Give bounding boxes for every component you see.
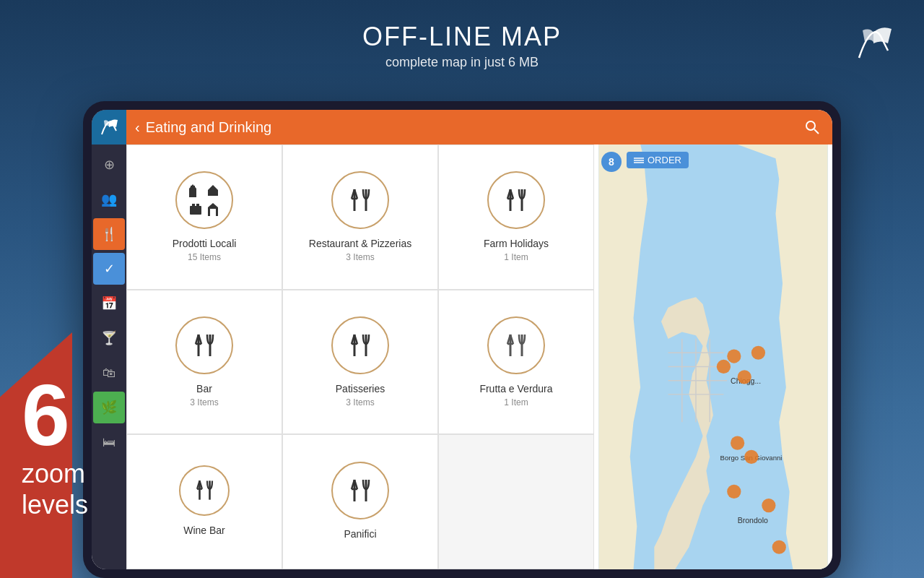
main-content: ‹ Eating and Drinking [126, 110, 832, 569]
red-triangle-overlay [0, 332, 72, 578]
svg-point-66 [744, 450, 758, 464]
category-wine-bar[interactable]: Wine Bar [126, 434, 282, 569]
category-prodotti-locali[interactable]: Prodotti Locali 15 Items [126, 144, 282, 290]
leaf-icon: 🌿 [101, 400, 117, 415]
panifici-icon-circle [331, 462, 389, 519]
check-icon: ✓ [104, 261, 115, 277]
patisseries-icon [346, 331, 375, 360]
top-bar: ‹ Eating and Drinking [126, 110, 832, 144]
category-grid: Prodotti Locali 15 Items [126, 144, 594, 569]
svg-point-69 [772, 540, 786, 554]
prodotti-locali-count: 15 Items [188, 252, 221, 262]
category-empty [438, 434, 594, 569]
order-button[interactable]: ORDER [627, 152, 689, 168]
patisseries-count: 3 Items [346, 397, 374, 407]
main-subtitle: complete map in just 6 MB [0, 55, 924, 70]
logo [852, 22, 895, 68]
svg-rect-9 [196, 204, 199, 207]
farm-holidays-name: Farm Holidays [484, 238, 549, 249]
category-patisseries[interactable]: Patisseries 3 Items [282, 290, 438, 435]
bed-icon: 🛏 [103, 435, 116, 450]
frutta-icon [502, 331, 531, 360]
wine-bar-name: Wine Bar [183, 525, 225, 536]
tablet-screen: ⊕ 👥 🍴 ✓ 📅 🍸 🛍 🌿 🛏 [92, 110, 832, 569]
farm-holidays-icon [502, 186, 531, 215]
category-frutta[interactable]: Frutta e Verdura 1 Item [438, 290, 594, 435]
frutta-icon-circle [487, 316, 545, 374]
svg-rect-8 [192, 204, 195, 207]
order-label: ORDER [648, 155, 681, 165]
screen-title: Eating and Drinking [146, 119, 801, 136]
sidebar-item-explore[interactable]: ⊕ [93, 149, 125, 181]
calendar-icon: 📅 [101, 296, 117, 311]
svg-point-63 [738, 370, 751, 384]
patisseries-name: Patisseries [336, 383, 385, 394]
farm-holidays-icon-circle [487, 171, 545, 229]
svg-text:Brondolo: Brondolo [738, 516, 768, 525]
sidebar-item-drinks[interactable]: 🍸 [93, 322, 125, 354]
farm-holidays-count: 1 Item [504, 252, 528, 262]
compass-icon: ⊕ [104, 157, 115, 173]
panifici-icon [346, 476, 375, 505]
svg-marker-6 [208, 185, 218, 190]
sidebar-item-done[interactable]: ✓ [93, 253, 125, 285]
frutta-count: 1 Item [504, 397, 528, 407]
restaurant-icon-circle [331, 171, 389, 229]
sidebar: ⊕ 👥 🍴 ✓ 📅 🍸 🛍 🌿 🛏 [92, 110, 126, 569]
sidebar-item-shopping[interactable]: 🛍 [93, 357, 125, 389]
map-badge: 8 [601, 152, 622, 172]
svg-point-61 [717, 360, 731, 374]
prodotti-locali-icon [188, 183, 221, 217]
svg-point-68 [762, 499, 775, 512]
prodotti-locali-name: Prodotti Locali [173, 238, 237, 249]
main-title: OFF-LINE MAP [0, 22, 924, 52]
restaurant-icon [346, 186, 375, 215]
tablet-frame: ⊕ 👥 🍴 ✓ 📅 🍸 🛍 🌿 🛏 [83, 101, 841, 578]
svg-rect-11 [210, 209, 216, 216]
bar-icon [190, 331, 219, 360]
restaurant-count: 3 Items [346, 252, 374, 262]
content-area: Prodotti Locali 15 Items [126, 144, 832, 569]
map-area: 8 ORDER [594, 144, 832, 569]
prodotti-locali-icon-circle [175, 171, 233, 229]
svg-line-1 [814, 129, 819, 134]
sidebar-item-contacts[interactable]: 👥 [93, 184, 125, 215]
svg-point-0 [806, 121, 815, 130]
sidebar-item-food[interactable]: 🍴 [93, 218, 125, 250]
svg-marker-4 [189, 184, 196, 189]
sidebar-logo[interactable] [92, 110, 126, 144]
people-icon: 👥 [101, 191, 117, 207]
category-panifici[interactable]: Panifici [282, 434, 438, 569]
sidebar-item-sleep[interactable]: 🛏 [93, 426, 125, 458]
svg-point-65 [731, 436, 744, 450]
category-bar[interactable]: Bar 3 Items [126, 290, 282, 435]
wine-bar-icon [192, 478, 217, 503]
cocktail-icon: 🍸 [101, 330, 117, 346]
panifici-name: Panifici [344, 528, 376, 540]
patisseries-icon-circle [331, 316, 389, 374]
map-svg: Chiogg... Borgo San Giovanni Brondolo [594, 144, 832, 569]
app-header: OFF-LINE MAP complete map in just 6 MB [0, 0, 924, 70]
frutta-name: Frutta e Verdura [479, 383, 552, 394]
sidebar-item-nature[interactable]: 🌿 [93, 392, 125, 423]
svg-rect-7 [190, 206, 201, 215]
shop-icon: 🛍 [103, 366, 116, 381]
wine-bar-icon-circle [179, 465, 230, 516]
category-restaurant[interactable]: Restaurant & Pizzerias 3 Items [282, 144, 438, 290]
svg-point-67 [727, 485, 741, 499]
bar-icon-circle [175, 316, 233, 374]
sidebar-item-events[interactable]: 📅 [93, 288, 125, 319]
svg-point-64 [751, 346, 765, 360]
search-button[interactable] [801, 116, 824, 139]
bar-name: Bar [196, 383, 212, 394]
restaurant-name: Restaurant & Pizzerias [309, 238, 411, 249]
food-icon: 🍴 [101, 226, 117, 242]
svg-rect-5 [208, 190, 218, 196]
bar-count: 3 Items [190, 397, 218, 407]
category-farm-holidays[interactable]: Farm Holidays 1 Item [438, 144, 594, 290]
back-button[interactable]: ‹ [135, 119, 140, 136]
svg-point-62 [727, 349, 741, 363]
